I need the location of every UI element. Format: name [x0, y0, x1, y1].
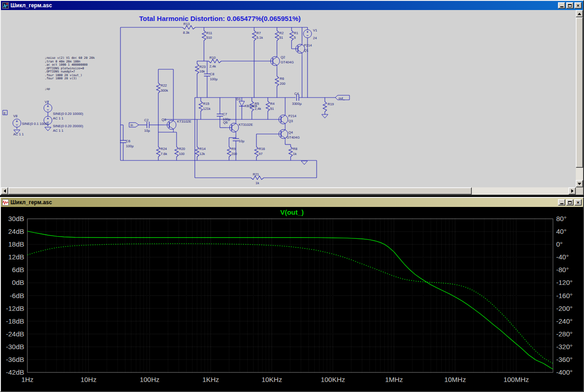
- waveform-window: Шикл_герм.asc × V(out_) 1Hz10Hz100Hz1KHz…: [0, 197, 584, 392]
- svg-text:Q6: Q6: [223, 120, 228, 124]
- svg-text:V8: V8: [13, 114, 17, 118]
- svg-text:-240°: -240°: [556, 317, 573, 325]
- svg-text:V7: V7: [45, 100, 49, 104]
- svg-text:51: 51: [270, 107, 274, 111]
- svg-text:R11: R11: [206, 31, 212, 35]
- scroll-up-button[interactable]: [576, 10, 583, 17]
- minimize-button[interactable]: [558, 199, 565, 206]
- svg-text:.four 1000 20 v(3): .four 1000 20 v(3): [45, 77, 77, 80]
- scroll-right-button[interactable]: [568, 187, 576, 195]
- arrow-down-icon: [578, 183, 581, 185]
- svg-text:D1: D1: [236, 97, 241, 101]
- svg-text:-40°: -40°: [556, 253, 569, 261]
- svg-text:8.3k: 8.3k: [183, 31, 189, 35]
- minimize-button[interactable]: [558, 2, 565, 9]
- svg-text:KT3102E: KT3102E: [177, 119, 191, 124]
- waveform-titlebar[interactable]: Шикл_герм.asc ×: [1, 198, 583, 207]
- waveform-canvas[interactable]: V(out_) 1Hz10Hz100Hz1KHz10KHz100KHz1MHz1…: [1, 207, 583, 391]
- svg-text:16k: 16k: [199, 69, 205, 73]
- svg-text:2,4k: 2,4k: [255, 107, 261, 111]
- svg-text:SINE(0 0.1 1000): SINE(0 0.1 1000): [22, 122, 48, 126]
- svg-text:;op: ;op: [45, 87, 50, 91]
- svg-text:-200°: -200°: [556, 304, 573, 312]
- minimize-icon: [560, 6, 563, 7]
- schematic-horizontal-scrollbar[interactable]: [1, 187, 576, 195]
- svg-text:1MHz: 1MHz: [385, 376, 403, 383]
- close-icon: ×: [577, 200, 579, 205]
- svg-text:Q3: Q3: [288, 119, 293, 123]
- svg-text:R6: R6: [280, 77, 284, 81]
- close-icon: ×: [577, 3, 579, 8]
- waveform-window-controls: ×: [558, 199, 582, 206]
- svg-text:R5: R5: [255, 102, 259, 106]
- svg-text:10µ: 10µ: [239, 139, 245, 143]
- svg-text:18dB: 18dB: [8, 240, 24, 248]
- svg-text:100µ: 100µ: [210, 77, 218, 81]
- svg-text:300k: 300k: [161, 88, 168, 93]
- svg-text:-30dB: -30dB: [6, 343, 24, 351]
- scroll-down-button[interactable]: [576, 180, 583, 187]
- maximize-button[interactable]: [566, 2, 574, 9]
- svg-text:-400°: -400°: [556, 368, 573, 376]
- svg-text:200: 200: [280, 82, 286, 86]
- svg-text:40°: 40°: [556, 227, 567, 235]
- svg-text:R8: R8: [293, 147, 297, 151]
- svg-text:out_: out_: [339, 97, 345, 100]
- svg-text:KT3102E: KT3102E: [239, 123, 253, 127]
- svg-text:-320°: -320°: [556, 343, 573, 351]
- minimize-icon: [560, 203, 563, 204]
- svg-text:-160°: -160°: [556, 292, 573, 299]
- svg-text:-80°: -80°: [556, 266, 569, 273]
- schematic-titlebar[interactable]: Шикл_герм.asc ×: [1, 1, 583, 10]
- horizontal-scroll-thumb[interactable]: [8, 187, 472, 195]
- svg-text:P214: P214: [304, 43, 312, 47]
- svg-text:3300µ: 3300µ: [292, 102, 302, 106]
- svg-text:0°: 0°: [556, 240, 563, 248]
- svg-text:R9: R9: [231, 147, 236, 151]
- svg-text:100: 100: [179, 152, 185, 156]
- svg-text:6dB: 6dB: [12, 266, 24, 273]
- svg-text:R22: R22: [161, 83, 167, 88]
- thd-readout: Total Harmonic Distortion: 0.065477%(0.0…: [74, 15, 366, 22]
- svg-text:R20: R20: [179, 147, 185, 151]
- svg-text:10µ: 10µ: [144, 129, 150, 133]
- svg-text:5.1k: 5.1k: [256, 36, 263, 40]
- svg-text:100KHz: 100KHz: [321, 376, 345, 383]
- schematic-drawing: inout_ER138.3kR11510R75.1kR251R15V124R23…: [1, 10, 576, 187]
- maximize-button[interactable]: [566, 199, 574, 206]
- svg-text:R19: R19: [328, 102, 334, 106]
- svg-text:10Hz: 10Hz: [80, 376, 96, 383]
- scroll-left-button[interactable]: [1, 187, 8, 195]
- svg-text:R24: R24: [161, 147, 167, 151]
- arrow-left-icon: [4, 189, 6, 193]
- arrow-up-icon: [578, 13, 581, 15]
- svg-text:C7: C7: [223, 112, 227, 116]
- svg-text:-24dB: -24dB: [6, 330, 24, 338]
- schematic-window: Шикл_герм.asc × inout_ER138.3kR11510R75.…: [0, 0, 584, 196]
- svg-text:V1: V1: [313, 28, 317, 32]
- svg-text:-360°: -360°: [556, 356, 573, 363]
- schematic-canvas[interactable]: inout_ER138.3kR11510R75.1kR251R15V124R23…: [1, 10, 576, 187]
- svg-text:AC 1 1: AC 1 1: [53, 116, 63, 120]
- svg-text:-36dB: -36dB: [6, 356, 24, 363]
- vertical-scroll-thumb[interactable]: [576, 17, 583, 168]
- close-button[interactable]: ×: [574, 199, 582, 206]
- close-button[interactable]: ×: [574, 2, 582, 9]
- svg-text:R15: R15: [203, 102, 209, 106]
- schematic-vertical-scrollbar[interactable]: [576, 10, 583, 187]
- maximize-icon: [568, 4, 572, 7]
- svg-text:-42dB: -42dB: [6, 368, 24, 376]
- svg-text:24dB: 24dB: [8, 227, 24, 235]
- bode-plot: 1Hz10Hz100Hz1KHz10KHz100KHz1MHz10MHz100M…: [1, 207, 583, 391]
- svg-text:121k: 121k: [203, 107, 211, 111]
- svg-text:1k: 1k: [256, 181, 259, 185]
- svg-text:0dB: 0dB: [12, 279, 24, 286]
- svg-text:R21: R21: [253, 172, 259, 176]
- svg-text:R14: R14: [199, 147, 206, 151]
- svg-text:-18dB: -18dB: [6, 317, 24, 325]
- svg-text:AC 1 1: AC 1 1: [13, 132, 24, 136]
- svg-text:GT404G: GT404G: [287, 135, 300, 139]
- svg-text:R7: R7: [256, 31, 261, 35]
- svg-text:AC 1 1: AC 1 1: [53, 129, 63, 133]
- desktop: Шикл_герм.asc × inout_ER138.3kR11510R75.…: [0, 0, 584, 392]
